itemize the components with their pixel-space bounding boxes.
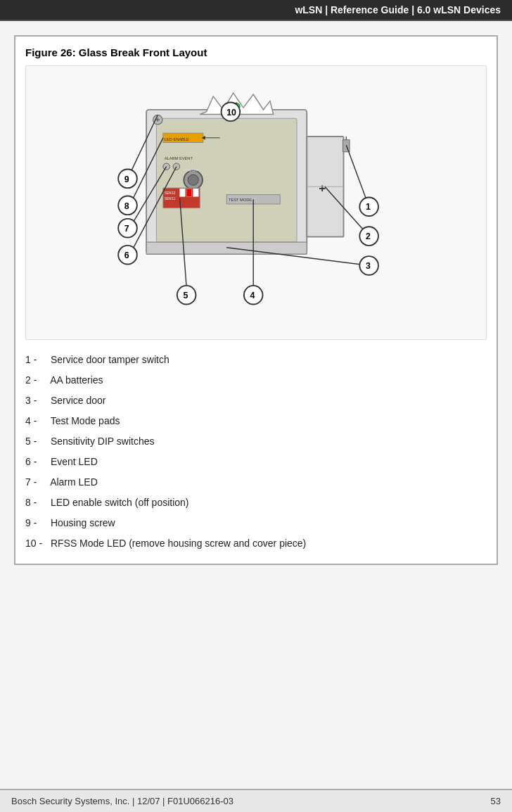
item-desc: Test Mode pads (51, 415, 120, 426)
svg-text:4: 4 (250, 291, 255, 300)
page-content: Figure 26: Glass Break Front Layout LED … (0, 21, 512, 789)
svg-rect-17 (193, 189, 199, 196)
svg-point-10 (188, 175, 198, 185)
list-item: 3 - Service door (25, 391, 487, 411)
svg-text:7: 7 (124, 224, 129, 234)
svg-rect-23 (146, 242, 307, 254)
svg-text:5: 5 (183, 291, 188, 300)
diagram-area: LED ENABLE ALARM EVENT ON/OFF SE (25, 65, 487, 340)
item-num: 4 - (25, 414, 48, 429)
svg-rect-15 (180, 189, 186, 196)
item-num: 9 - (25, 516, 48, 531)
svg-text:1: 1 (366, 203, 371, 212)
svg-text:+: + (319, 182, 326, 195)
list-item: 1 - Service door tamper switch (25, 350, 487, 370)
svg-text:SENS1: SENS1 (165, 197, 176, 201)
page-header: wLSN | Reference Guide | 6.0 wLSN Device… (0, 0, 512, 21)
item-desc: AA batteries (50, 374, 103, 386)
list-item: 8 - LED enable switch (off position) (25, 493, 487, 513)
item-num: 3 - (25, 393, 48, 408)
item-desc: Service door tamper switch (51, 354, 169, 365)
item-num: 10 - (25, 536, 48, 551)
page-footer: Bosch Security Systems, Inc. | 12/07 | F… (0, 789, 512, 812)
item-desc: Service door (51, 395, 106, 406)
figure-title: Figure 26: Glass Break Front Layout (25, 46, 487, 58)
item-desc: RFSS Mode LED (remove housing screw and … (51, 538, 306, 549)
item-num: 2 - (25, 373, 48, 388)
item-num: 1 - (25, 353, 48, 367)
svg-text:10: 10 (226, 108, 236, 118)
item-num: 5 - (25, 434, 48, 449)
svg-text:8: 8 (124, 201, 129, 211)
item-num: 6 - (25, 455, 48, 469)
svg-text:TEST MODE: TEST MODE (229, 198, 252, 202)
item-desc: LED enable switch (off position) (51, 497, 189, 508)
svg-text:ON/OFF: ON/OFF (186, 169, 198, 172)
svg-text:ALARM EVENT: ALARM EVENT (165, 156, 193, 160)
list-item: 10 - RFSS Mode LED (remove housing screw… (25, 533, 487, 554)
svg-point-7 (163, 163, 170, 170)
svg-text:6: 6 (124, 250, 129, 260)
svg-text:3: 3 (366, 261, 371, 271)
item-num: 7 - (25, 475, 48, 490)
svg-text:9: 9 (124, 175, 129, 184)
list-item: 6 - Event LED (25, 452, 487, 472)
figure-box: Figure 26: Glass Break Front Layout LED … (14, 35, 498, 565)
svg-text:2: 2 (366, 231, 371, 241)
svg-text:LED ENABLE: LED ENABLE (165, 137, 189, 141)
list-item: 5 - Sensitivity DIP switches (25, 431, 487, 452)
list-item: 4 - Test Mode pads (25, 411, 487, 431)
item-desc: Housing screw (51, 517, 115, 528)
list-item: 9 - Housing screw (25, 513, 487, 533)
item-desc: Alarm LED (50, 476, 98, 488)
header-title: wLSN | Reference Guide | 6.0 wLSN Device… (295, 4, 501, 15)
svg-rect-16 (186, 189, 192, 196)
diagram-svg: LED ENABLE ALARM EVENT ON/OFF SE (26, 66, 486, 341)
footer-page-number: 53 (491, 796, 501, 806)
list-item: 2 - AA batteries (25, 370, 487, 391)
list-item: 7 - Alarm LED (25, 472, 487, 493)
svg-point-8 (173, 163, 180, 170)
item-num: 8 - (25, 495, 48, 510)
item-desc: Sensitivity DIP switches (51, 436, 155, 447)
description-list: 1 - Service door tamper switch 2 - AA ba… (25, 350, 487, 554)
footer-left: Bosch Security Systems, Inc. | 12/07 | F… (11, 796, 233, 806)
svg-text:SENS2: SENS2 (165, 191, 176, 195)
item-desc: Event LED (51, 456, 98, 467)
